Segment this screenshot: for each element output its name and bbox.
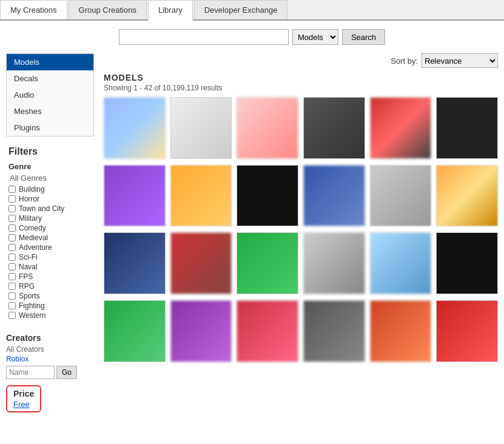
grid-item-thumbnail (303, 97, 365, 159)
filter-comedy-label: Comedy (19, 224, 46, 232)
filter-horror[interactable]: Horror (8, 195, 94, 203)
sidebar-item-meshes[interactable]: Meshes (7, 103, 93, 119)
filter-military-checkbox[interactable] (8, 215, 16, 222)
sidebar-item-plugins[interactable]: Plugins (7, 119, 93, 136)
price-box: Price Free (6, 385, 41, 412)
search-input[interactable] (119, 29, 289, 45)
filter-fps-checkbox[interactable] (8, 273, 16, 280)
grid-item[interactable] (170, 300, 232, 363)
filter-fighting-checkbox[interactable] (8, 302, 16, 309)
sidebar: Models Decals Audio Meshes Plugins Filte… (6, 53, 94, 412)
grid-item[interactable] (104, 165, 166, 228)
grid-item-thumbnail (303, 232, 365, 294)
grid-item-thumbnail (436, 300, 498, 362)
sort-select[interactable]: Relevance Most Favorited Most Taken Rece… (422, 53, 498, 68)
price-title: Price (13, 389, 34, 399)
filter-scifi-checkbox[interactable] (8, 254, 16, 261)
grid-item-thumbnail (104, 232, 166, 294)
grid-item-thumbnail (104, 165, 166, 227)
filter-town-city[interactable]: Town and City (8, 204, 94, 213)
grid-item-thumbnail (436, 97, 498, 159)
grid-item[interactable] (170, 97, 232, 160)
filter-comedy[interactable]: Comedy (8, 224, 94, 232)
grid-item[interactable] (104, 232, 166, 295)
grid-item[interactable] (370, 165, 432, 228)
sidebar-menu: Models Decals Audio Meshes Plugins (6, 53, 94, 136)
roblox-creator-link[interactable]: Roblox (6, 355, 94, 363)
grid-item[interactable] (237, 165, 298, 228)
grid-item-thumbnail (303, 300, 365, 362)
filter-sports-checkbox[interactable] (8, 292, 16, 300)
filter-western[interactable]: Western (8, 311, 94, 320)
grid-item[interactable] (303, 97, 365, 160)
grid-item[interactable] (436, 97, 498, 160)
filter-horror-label: Horror (19, 195, 39, 203)
filter-naval-checkbox[interactable] (8, 263, 16, 271)
grid-item-thumbnail (370, 165, 432, 227)
all-genres-label: All Genres (8, 173, 94, 183)
filter-medieval-checkbox[interactable] (8, 234, 16, 241)
sidebar-item-decals[interactable]: Decals (7, 70, 93, 87)
grid-item[interactable] (303, 232, 365, 295)
filter-fighting[interactable]: Fighting (8, 301, 94, 310)
filter-rpg[interactable]: RPG (8, 282, 94, 291)
grid-item[interactable] (170, 232, 232, 295)
genre-section-label: Genre (8, 162, 94, 171)
creators-section: Creators All Creators Roblox Go (6, 333, 94, 379)
content-title: MODELS (104, 73, 498, 82)
filter-medieval-label: Medieval (19, 234, 48, 242)
filter-comedy-checkbox[interactable] (8, 224, 16, 232)
grid-item[interactable] (104, 300, 166, 363)
grid-item[interactable] (237, 300, 298, 363)
filter-sports-label: Sports (19, 292, 40, 300)
grid-item-thumbnail (170, 165, 232, 227)
creator-name-input[interactable] (6, 366, 55, 379)
filter-naval[interactable]: Naval (8, 263, 94, 271)
grid-item-thumbnail (170, 232, 232, 294)
grid-item[interactable] (370, 300, 432, 363)
filter-military[interactable]: Military (8, 214, 94, 223)
filter-building[interactable]: Building (8, 185, 94, 193)
filter-scifi[interactable]: Sci-Fi (8, 253, 94, 261)
grid-item-thumbnail (170, 97, 232, 159)
filter-western-checkbox[interactable] (8, 312, 16, 319)
filter-medieval[interactable]: Medieval (8, 234, 94, 242)
grid-item[interactable] (370, 232, 432, 295)
sidebar-item-models[interactable]: Models (7, 54, 93, 70)
filter-military-label: Military (19, 214, 42, 223)
filter-sports[interactable]: Sports (8, 292, 94, 300)
filter-adventure[interactable]: Adventure (8, 243, 94, 252)
creator-name-row: Go (6, 366, 94, 379)
tab-library[interactable]: Library (148, 0, 193, 21)
search-button[interactable]: Search (342, 29, 385, 45)
search-category-select[interactable]: Models Decals Audio Meshes Plugins (292, 29, 338, 45)
sort-bar: Sort by: Relevance Most Favorited Most T… (104, 53, 498, 68)
sidebar-item-audio[interactable]: Audio (7, 87, 93, 103)
grid-item[interactable] (436, 232, 498, 295)
tab-my-creations[interactable]: My Creations (0, 0, 67, 19)
filter-town-city-checkbox[interactable] (8, 205, 16, 212)
filter-fps[interactable]: FPS (8, 272, 94, 281)
grid-item[interactable] (436, 165, 498, 228)
filter-building-checkbox[interactable] (8, 186, 16, 193)
filter-adventure-checkbox[interactable] (8, 244, 16, 251)
grid-item[interactable] (104, 97, 166, 160)
creator-go-button[interactable]: Go (56, 366, 77, 379)
grid-item[interactable] (237, 232, 298, 295)
grid-item-thumbnail (370, 97, 432, 159)
filter-horror-checkbox[interactable] (8, 195, 16, 203)
content-header: Sort by: Relevance Most Favorited Most T… (104, 53, 498, 92)
filter-rpg-checkbox[interactable] (8, 283, 16, 290)
grid-item-thumbnail (237, 97, 298, 159)
grid-item[interactable] (170, 165, 232, 228)
grid-item[interactable] (303, 165, 365, 228)
grid-item[interactable] (436, 300, 498, 363)
price-free-link[interactable]: Free (13, 400, 34, 409)
grid-item[interactable] (237, 97, 298, 160)
price-section: Price Free (6, 385, 94, 412)
grid-item[interactable] (303, 300, 365, 363)
content-subtitle: Showing 1 - 42 of 10,199,119 results (104, 84, 498, 92)
grid-item[interactable] (370, 97, 432, 160)
tab-group-creations[interactable]: Group Creations (69, 0, 147, 19)
tab-developer-exchange[interactable]: Developer Exchange (194, 0, 288, 19)
